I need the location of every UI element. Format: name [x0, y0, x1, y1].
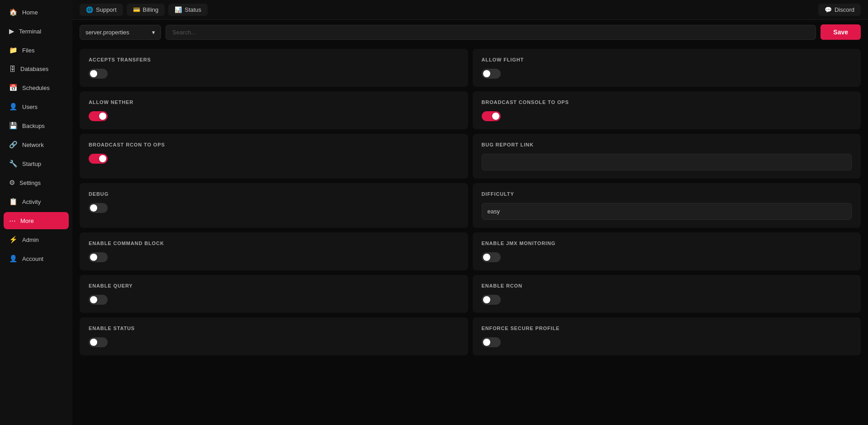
status-icon: 📊: [175, 6, 182, 13]
sidebar-item-settings[interactable]: ⚙ Settings: [4, 174, 69, 191]
sidebar-item-account[interactable]: 👤 Account: [4, 250, 69, 267]
settings-area: ACCEPTS TRANSFERSALLOW FLIGHTALLOW NETHE…: [72, 44, 868, 425]
toggle-debug[interactable]: [89, 203, 108, 213]
discord-button[interactable]: 💬 Discord: [818, 4, 861, 16]
toggle-thumb-enable-command-block: [90, 254, 97, 261]
file-select-dropdown[interactable]: server.properties ▾: [80, 25, 161, 40]
setting-card-allow-nether: ALLOW NETHER: [80, 91, 468, 129]
toggle-enable-jmx-monitoring[interactable]: [482, 252, 501, 262]
setting-card-enable-status: ENABLE STATUS: [80, 317, 468, 355]
sidebar-item-terminal[interactable]: ▶ Terminal: [4, 23, 69, 40]
sidebar-item-databases[interactable]: 🗄 Databases: [4, 61, 69, 77]
save-button[interactable]: Save: [821, 24, 861, 40]
search-input[interactable]: [166, 25, 816, 40]
setting-card-enforce-secure-profile: ENFORCE SECURE PROFILE: [473, 317, 861, 355]
toggle-container-debug: [89, 203, 459, 213]
sidebar-item-startup[interactable]: 🔧 Startup: [4, 155, 69, 172]
setting-card-debug: DEBUG: [80, 183, 468, 228]
support-label: Support: [96, 6, 117, 13]
toggle-thumb-enable-rcon: [483, 296, 490, 303]
toggle-container-enable-jmx-monitoring: [482, 252, 852, 262]
sidebar-item-network[interactable]: 🔗 Network: [4, 136, 69, 153]
toggle-enable-status[interactable]: [89, 337, 108, 347]
toggle-allow-flight[interactable]: [482, 69, 501, 79]
sidebar-item-more[interactable]: ⋯ More: [4, 212, 69, 229]
discord-label: Discord: [835, 6, 854, 13]
admin-icon: ⚡: [9, 236, 18, 244]
backups-icon: 💾: [9, 122, 18, 130]
sidebar-item-files[interactable]: 📁 Files: [4, 42, 69, 59]
setting-label-difficulty: DIFFICULTY: [482, 191, 852, 197]
sidebar-label-startup: Startup: [22, 161, 41, 167]
toggle-broadcast-rcon-to-ops[interactable]: [89, 154, 108, 164]
setting-label-enforce-secure-profile: ENFORCE SECURE PROFILE: [482, 326, 852, 331]
toggle-track-enable-status: [89, 337, 108, 347]
toggle-container-broadcast-console-to-ops: [482, 111, 852, 121]
toggle-container-enable-rcon: [482, 295, 852, 305]
toggle-track-accepts-transfers: [89, 69, 108, 79]
users-icon: 👤: [9, 103, 18, 111]
setting-card-broadcast-console-to-ops: BROADCAST CONSOLE TO OPS: [473, 91, 861, 129]
sidebar-item-admin[interactable]: ⚡ Admin: [4, 231, 69, 248]
toggle-thumb-allow-nether: [99, 113, 106, 120]
support-button[interactable]: 🌐 Support: [80, 4, 123, 16]
sidebar-label-users: Users: [22, 104, 38, 110]
sidebar-item-users[interactable]: 👤 Users: [4, 98, 69, 115]
toggle-enable-rcon[interactable]: [482, 295, 501, 305]
toggle-enforce-secure-profile[interactable]: [482, 337, 501, 347]
setting-card-allow-flight: ALLOW FLIGHT: [473, 49, 861, 87]
toggle-track-allow-flight: [482, 69, 501, 79]
setting-card-enable-rcon: ENABLE RCON: [473, 275, 861, 313]
setting-label-enable-rcon: ENABLE RCON: [482, 283, 852, 288]
settings-icon: ⚙: [9, 179, 15, 187]
files-icon: 📁: [9, 46, 18, 54]
toggle-enable-query[interactable]: [89, 295, 108, 305]
toggle-thumb-enable-query: [90, 296, 97, 303]
sidebar-label-schedules: Schedules: [22, 85, 50, 91]
status-button[interactable]: 📊 Status: [168, 4, 208, 16]
toggle-container-enforce-secure-profile: [482, 337, 852, 347]
sidebar-label-files: Files: [22, 47, 34, 54]
sidebar-label-home: Home: [22, 9, 38, 16]
startup-icon: 🔧: [9, 160, 18, 168]
setting-label-broadcast-console-to-ops: BROADCAST CONSOLE TO OPS: [482, 99, 852, 105]
more-icon: ⋯: [9, 217, 16, 225]
setting-card-enable-query: ENABLE QUERY: [80, 275, 468, 313]
toggle-allow-nether[interactable]: [89, 111, 108, 121]
sidebar-item-home[interactable]: 🏠 Home: [4, 4, 69, 21]
sidebar-label-backups: Backups: [22, 123, 45, 129]
activity-icon: 📋: [9, 198, 18, 206]
setting-card-difficulty: DIFFICULTY: [473, 183, 861, 228]
toolbar: server.properties ▾ Save: [72, 20, 868, 44]
sidebar-item-backups[interactable]: 💾 Backups: [4, 117, 69, 134]
toggle-container-broadcast-rcon-to-ops: [89, 154, 459, 164]
setting-label-enable-command-block: ENABLE COMMAND BLOCK: [89, 241, 459, 246]
toggle-container-accepts-transfers: [89, 69, 459, 79]
status-label: Status: [185, 6, 201, 13]
input-bug-report-link[interactable]: [482, 154, 852, 170]
toggle-thumb-debug: [90, 204, 97, 212]
sidebar-label-terminal: Terminal: [19, 28, 41, 35]
toggle-accepts-transfers[interactable]: [89, 69, 108, 79]
network-icon: 🔗: [9, 141, 18, 149]
billing-label: Billing: [143, 6, 159, 13]
toggle-enable-command-block[interactable]: [89, 252, 108, 262]
sidebar-label-admin: Admin: [22, 236, 39, 243]
settings-grid: ACCEPTS TRANSFERSALLOW FLIGHTALLOW NETHE…: [80, 49, 861, 355]
toggle-broadcast-console-to-ops[interactable]: [482, 111, 501, 121]
home-icon: 🏠: [9, 8, 18, 16]
toggle-track-enforce-secure-profile: [482, 337, 501, 347]
toggle-container-allow-nether: [89, 111, 459, 121]
sidebar-label-settings: Settings: [19, 179, 41, 186]
setting-label-bug-report-link: BUG REPORT LINK: [482, 142, 852, 147]
setting-card-enable-jmx-monitoring: ENABLE JMX MONITORING: [473, 232, 861, 270]
file-select-label: server.properties: [85, 29, 129, 36]
sidebar-item-schedules[interactable]: 📅 Schedules: [4, 79, 69, 96]
setting-label-enable-jmx-monitoring: ENABLE JMX MONITORING: [482, 241, 852, 246]
toggle-track-enable-rcon: [482, 295, 501, 305]
input-difficulty[interactable]: [482, 203, 852, 220]
setting-label-enable-query: ENABLE QUERY: [89, 283, 459, 288]
billing-button[interactable]: 💳 Billing: [127, 4, 165, 16]
sidebar-item-activity[interactable]: 📋 Activity: [4, 193, 69, 210]
toggle-track-broadcast-rcon-to-ops: [89, 154, 108, 164]
